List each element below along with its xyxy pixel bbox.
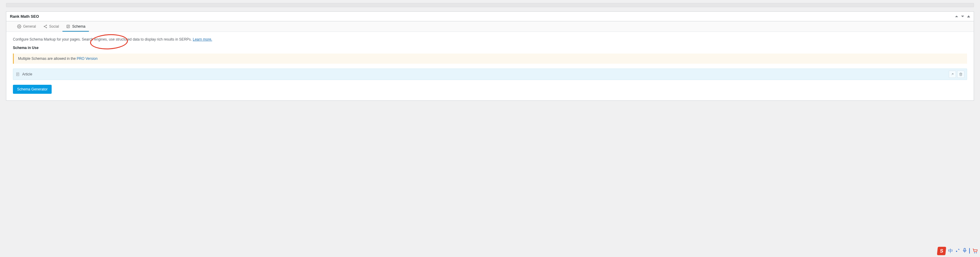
tab-general[interactable]: General [14,21,40,32]
learn-more-link[interactable]: Learn more. [193,37,212,42]
move-up-icon[interactable] [955,16,958,17]
tab-social-label: Social [49,24,59,29]
schema-generator-button[interactable]: Schema Generator [13,85,52,94]
svg-line-4 [45,26,46,26]
svg-line-5 [45,27,46,28]
tab-schema-label: Schema [72,24,85,29]
svg-point-0 [19,26,20,27]
schema-description-text: Configure Schema Markup for your pages. … [13,37,193,42]
panel-title: Rank Math SEO [10,14,39,19]
schema-in-use-row: Article [13,69,967,80]
schema-icon [66,24,70,29]
collapse-toggle-icon[interactable] [967,15,970,18]
gear-icon [17,24,21,29]
pro-notice-text: Multiple Schemas are allowed in the [18,56,76,61]
tab-schema[interactable]: Schema [62,21,89,32]
schema-type-label: Article [22,72,32,77]
tab-bar: General Social [6,21,974,32]
tab-social[interactable]: Social [40,21,63,32]
panel-header: Rank Math SEO [6,12,974,21]
rank-math-seo-panel: Rank Math SEO General [6,11,974,101]
share-icon [43,24,48,29]
move-down-icon[interactable] [961,16,964,17]
article-icon [16,72,20,77]
svg-point-2 [44,26,45,27]
schema-description: Configure Schema Markup for your pages. … [13,37,967,42]
edit-schema-button[interactable] [949,71,956,78]
schema-in-use-heading: Schema in Use [13,46,967,50]
pro-notice: Multiple Schemas are allowed in the PRO … [13,54,967,64]
delete-schema-button[interactable] [957,71,964,78]
top-placeholder-bar [6,3,974,7]
svg-point-1 [46,25,46,26]
svg-point-3 [46,27,46,28]
tab-content-schema: Configure Schema Markup for your pages. … [6,32,974,101]
pro-version-link[interactable]: PRO Version [76,56,97,61]
panel-header-actions [955,15,970,18]
tab-general-label: General [23,24,36,29]
